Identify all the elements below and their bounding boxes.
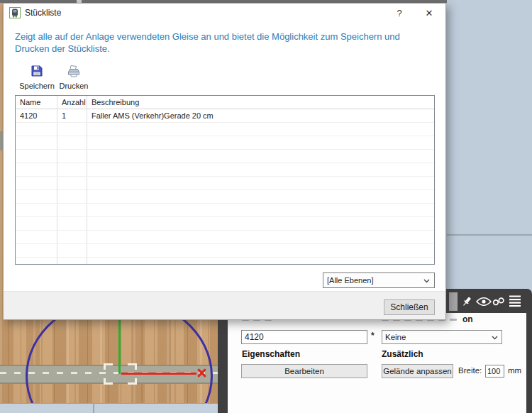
dialog-description: Zeigt alle auf der Anlage verwendeten Gl… [15,31,428,55]
edit-button[interactable]: Bearbeiten [241,364,367,378]
table-empty-row [16,231,434,244]
table-empty-row [16,150,434,163]
table-row-cell: Faller AMS (Verkehr)Gerade 20 cm [87,109,434,122]
dialog-title: Stückliste [25,8,61,18]
table-empty-row-cell [57,204,87,216]
table-empty-row-cell [87,244,434,257]
table-empty-row-cell [57,258,87,265]
parts-table[interactable]: NameAnzahlBeschreibung41201Faller AMS (V… [15,95,435,265]
table-empty-row-cell [57,163,87,176]
modification-value: Keine [385,333,406,341]
board-seam-line [93,403,94,413]
chevron-down-icon [423,279,430,283]
required-marker: * [371,331,375,341]
stueckliste-dialog: Stückliste ? ✕ Zeigt alle auf der Anlage… [3,3,446,320]
red-x-marker[interactable] [196,368,207,378]
table-empty-row-cell [57,136,87,149]
covered-label-fragment: on [462,314,473,324]
table-header-row-cell: Name [16,96,57,109]
table-empty-row-cell [87,190,434,203]
layer-filter-dropdown[interactable]: [Alle Ebenen] [323,272,435,288]
selection-brackets [104,363,137,385]
table-empty-row [16,244,434,258]
table-empty-row-cell [87,123,434,136]
table-empty-row [16,163,434,177]
scrollbar-nub[interactable] [449,292,458,311]
print-button[interactable]: Drucken [56,65,92,90]
eye-icon[interactable] [476,297,490,311]
table-row-cell: 4120 [16,109,57,122]
table-empty-row-cell [16,204,57,216]
modification-dropdown[interactable]: Keine [382,330,502,344]
table-empty-row-cell [16,258,57,265]
layer-filter-value: [Alle Ebenen] [327,276,373,285]
close-icon[interactable]: ✕ [421,6,437,20]
save-label: Speichern [19,82,55,90]
train-app-icon [9,7,21,18]
table-empty-row-cell [87,150,434,163]
chevron-down-icon [492,336,498,340]
width-label: Breite: [458,366,482,375]
terrain-adjust-button[interactable]: Gelände anpassen [382,364,453,378]
dialog-titlebar[interactable]: Stückliste ? ✕ [4,4,445,23]
table-empty-row [16,190,434,204]
table-empty-row-cell [16,136,57,149]
table-empty-row [16,136,434,150]
table-header-row-cell: Beschreibung [87,96,434,109]
table-empty-row-cell [57,150,87,163]
name-input[interactable] [241,330,367,344]
table-empty-row-cell [16,177,57,189]
table-empty-row [16,123,434,136]
print-icon [67,67,81,79]
table-row-cell: 1 [57,109,87,122]
board-edge-strip [0,403,218,413]
table-empty-row-cell [87,217,434,230]
schliessen-button[interactable]: Schließen [384,299,435,315]
pin-icon[interactable] [460,294,474,309]
table-empty-row-cell [57,177,87,189]
table-empty-row-cell [57,217,87,230]
table-row[interactable]: 41201Faller AMS (Verkehr)Gerade 20 cm [16,109,434,123]
table-empty-row-cell [87,136,434,149]
table-empty-row [16,258,434,265]
link-icon[interactable] [492,297,506,311]
table-empty-row-cell [87,258,434,265]
save-icon [31,67,43,79]
properties-heading: Eigenschaften [242,349,300,359]
table-empty-row-cell [57,123,87,136]
help-button[interactable]: ? [392,6,407,20]
table-empty-row-cell [57,244,87,257]
additional-heading: Zusätzlich [382,349,423,359]
save-button[interactable]: Speichern [19,65,55,90]
table-empty-row-cell [87,231,434,243]
table-empty-row-cell [16,190,57,203]
print-label: Drucken [56,82,92,90]
table-empty-row-cell [16,244,57,257]
table-empty-row [16,217,434,231]
table-empty-row [16,204,434,217]
table-empty-row-cell [16,163,57,176]
width-input[interactable] [485,365,504,378]
app-window: on * Keine Eigenschaften Zusätzlich Bear… [0,0,532,413]
table-empty-row-cell [16,150,57,163]
viewport-horizon-line [447,234,532,236]
table-header-row-cell: Anzahl [57,96,87,109]
table-header-row: NameAnzahlBeschreibung [16,96,434,109]
table-empty-row-cell [16,231,57,243]
table-empty-row [16,177,434,190]
panel-body [228,313,526,413]
menu-icon[interactable] [508,294,522,308]
table-empty-row-cell [16,217,57,230]
table-empty-row-cell [87,204,434,216]
dialog-footer [4,291,445,319]
table-empty-row-cell [87,163,434,176]
table-empty-row-cell [16,123,57,136]
table-empty-row-cell [57,231,87,243]
width-unit: mm [508,366,521,375]
table-empty-row-cell [57,190,87,203]
table-empty-row-cell [87,177,434,189]
